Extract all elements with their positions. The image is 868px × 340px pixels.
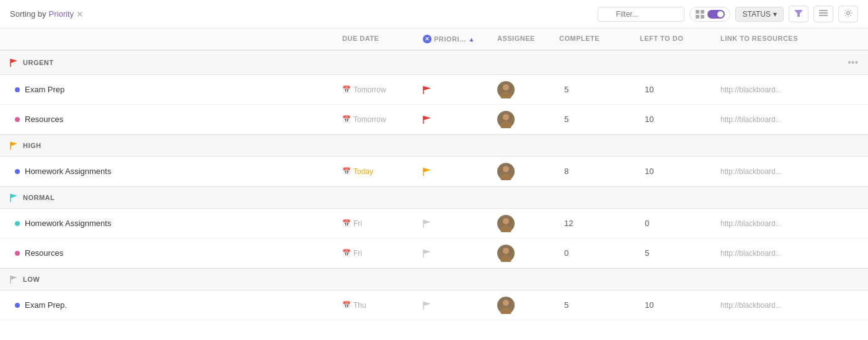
svg-marker-42 — [423, 302, 431, 306]
priority-cell — [418, 244, 492, 263]
priority-flag-icon — [423, 85, 432, 94]
calendar-icon: 📅 — [342, 301, 351, 309]
more-cell — [839, 115, 858, 124]
col-due-date[interactable]: DUE DATE — [337, 28, 418, 50]
priority-cell — [418, 296, 492, 315]
svg-point-38 — [503, 248, 509, 254]
complete-cell: 5 — [554, 80, 635, 99]
col-task — [10, 28, 337, 50]
svg-point-26 — [503, 166, 509, 172]
due-date-cell: 📅 Fri — [337, 214, 418, 233]
funnel-icon — [794, 9, 803, 17]
task-dot — [15, 221, 20, 226]
task-name-cell: Homework Assignments — [10, 214, 337, 233]
urgent-flag-icon — [10, 58, 18, 67]
priority-cell — [418, 214, 492, 233]
gear-icon — [844, 9, 852, 17]
group-label-low: LOW — [23, 276, 40, 283]
svg-rect-5 — [819, 10, 828, 11]
normal-flag-icon — [10, 193, 18, 202]
task-label: Resources — [25, 248, 63, 258]
priority-close-icon[interactable]: ✕ — [423, 35, 432, 43]
link-cell[interactable]: http://blackboard... — [715, 81, 839, 99]
sort-arrow-icon: ▲ — [469, 36, 475, 43]
top-actions: 🔍 STATUS ▾ — [598, 6, 858, 22]
task-dot — [15, 87, 20, 92]
group-more-menu[interactable]: ••• — [843, 57, 858, 68]
calendar-icon: 📅 — [342, 167, 351, 175]
task-dot — [15, 251, 20, 256]
svg-rect-1 — [701, 10, 704, 14]
filter-input[interactable] — [598, 7, 684, 22]
table-row[interactable]: Homework Assignments 📅 Fri 12 0 htt — [0, 209, 868, 238]
svg-rect-2 — [696, 15, 699, 19]
calendar-icon: 📅 — [342, 249, 351, 257]
group-label-high: HIGH — [23, 142, 42, 149]
status-button[interactable]: STATUS ▾ — [735, 7, 784, 22]
due-date-value: 📅 Today — [342, 167, 373, 176]
svg-marker-11 — [423, 86, 431, 90]
priority-flag-icon — [423, 167, 432, 176]
link-cell[interactable]: http://blackboard... — [715, 214, 839, 233]
svg-marker-21 — [11, 142, 17, 146]
col-more — [839, 28, 858, 50]
more-cell — [839, 219, 858, 229]
task-dot — [15, 169, 20, 174]
assignee-cell — [492, 292, 554, 319]
task-label: Exam Prep — [25, 85, 64, 94]
assignee-cell — [492, 240, 554, 267]
calendar-icon: 📅 — [342, 219, 351, 227]
settings-button[interactable] — [838, 6, 858, 22]
task-name-cell: Exam Prep. — [10, 295, 337, 315]
link-cell[interactable]: http://blackboard... — [715, 110, 839, 129]
table-row[interactable]: Exam Prep. 📅 Thu 5 10 http://blackb — [0, 290, 868, 320]
due-date-value: 📅 Tomorrow — [342, 85, 386, 94]
filter-button[interactable] — [789, 6, 808, 22]
toggle-oval[interactable] — [707, 10, 725, 19]
assignee-cell — [492, 158, 554, 185]
left-to-do-cell: 10 — [635, 110, 715, 129]
svg-marker-30 — [423, 220, 431, 224]
calendar-icon: 📅 — [342, 115, 351, 123]
priority-cell — [418, 81, 492, 99]
group-header-urgent: URGENT ••• — [0, 50, 868, 75]
close-sort-icon[interactable]: ✕ — [76, 9, 84, 19]
assignee-cell — [492, 106, 554, 133]
col-priority[interactable]: ✕ PRIORI... ▲ — [418, 28, 492, 50]
list-icon — [819, 9, 828, 17]
col-left-to-do: LEFT TO DO — [635, 28, 715, 50]
table-row[interactable]: Exam Prep 📅 Tomorrow 5 10 http://bl — [0, 75, 868, 105]
link-cell[interactable]: http://blackboard... — [715, 162, 839, 181]
complete-cell: 12 — [554, 214, 635, 233]
due-date-value: 📅 Fri — [342, 249, 362, 258]
left-to-do-cell: 10 — [635, 162, 715, 181]
col-complete: COMPLETE — [554, 28, 635, 50]
table-row[interactable]: Resources 📅 Tomorrow 5 10 http://bl — [0, 105, 868, 134]
table-row[interactable]: Homework Assignments 📅 Today 8 10 h — [0, 157, 868, 186]
toggle-button[interactable] — [689, 7, 730, 22]
more-cell — [839, 85, 858, 95]
table-row[interactable]: Resources 📅 Fri 0 5 http://blackboa — [0, 238, 868, 268]
complete-cell: 8 — [554, 162, 635, 181]
complete-cell: 5 — [554, 295, 635, 315]
svg-marker-9 — [11, 59, 17, 63]
link-cell[interactable]: http://blackboard... — [715, 296, 839, 315]
due-date-cell: 📅 Tomorrow — [337, 110, 418, 129]
svg-rect-3 — [701, 15, 704, 19]
svg-point-19 — [503, 114, 509, 120]
svg-marker-40 — [11, 276, 17, 280]
svg-rect-0 — [696, 10, 699, 14]
top-bar: Sorting by Priority ✕ 🔍 STATUS ▾ — [0, 0, 868, 28]
col-assignee: ASSIGNEE — [492, 28, 554, 50]
priority-link[interactable]: Priority — [49, 9, 74, 19]
link-cell[interactable]: http://blackboard... — [715, 244, 839, 263]
task-dot — [15, 303, 20, 308]
priority-cell — [418, 110, 492, 129]
priority-flag-icon — [423, 301, 432, 310]
priority-flag-icon — [423, 219, 432, 228]
task-name-cell: Resources — [10, 110, 337, 129]
more-cell — [839, 167, 858, 177]
list-view-button[interactable] — [813, 6, 833, 22]
assignee-cell — [492, 76, 554, 103]
group-header-low: LOW — [0, 268, 868, 290]
